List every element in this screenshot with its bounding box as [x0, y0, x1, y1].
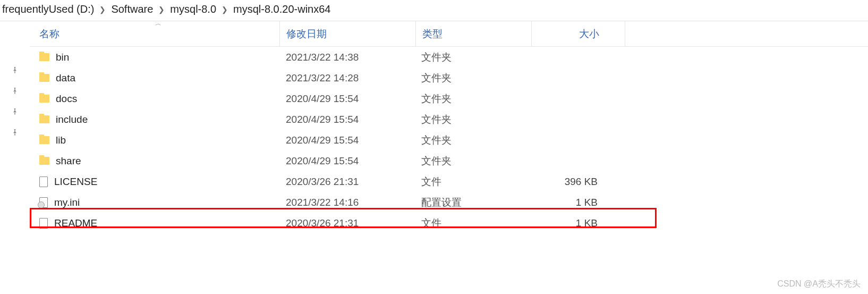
- folder-icon: [39, 115, 49, 123]
- column-header-name[interactable]: 名称: [30, 27, 279, 41]
- file-icon: [39, 218, 48, 229]
- file-date: 2020/4/29 15:54: [279, 155, 415, 167]
- pin-icon[interactable]: [0, 219, 33, 253]
- file-size: 1 KB: [530, 217, 623, 229]
- file-type: 配置设置: [415, 196, 530, 209]
- file-date: 2020/3/26 21:31: [279, 217, 415, 229]
- file-type: 文件夹: [415, 51, 530, 64]
- file-icon: [39, 177, 48, 187]
- file-type: 文件夹: [415, 133, 530, 147]
- file-date: 2021/3/22 14:28: [279, 72, 415, 84]
- file-row[interactable]: README2020/3/26 21:31文件1 KB: [30, 213, 868, 233]
- file-type: 文件: [415, 216, 530, 230]
- folder-icon: [39, 95, 49, 103]
- column-headers: ︿ 名称 修改日期 类型 大小: [30, 21, 868, 47]
- breadcrumb-item[interactable]: Software: [111, 3, 153, 15]
- file-row[interactable]: bin2021/3/22 14:38文件夹: [30, 47, 868, 68]
- file-size: 1 KB: [530, 197, 623, 208]
- ini-file-icon: [39, 197, 48, 208]
- folder-icon: [39, 53, 49, 61]
- file-type: 文件夹: [415, 154, 530, 168]
- file-date: 2020/4/29 15:54: [279, 93, 415, 105]
- file-row[interactable]: data2021/3/22 14:28文件夹: [30, 68, 868, 88]
- file-type: 文件夹: [415, 71, 530, 85]
- chevron-right-icon: ❯: [222, 5, 228, 14]
- file-name: bin: [56, 52, 69, 63]
- file-name: include: [56, 114, 88, 125]
- file-date: 2020/3/26 21:31: [279, 176, 415, 188]
- file-date: 2020/4/29 15:54: [279, 114, 415, 125]
- file-row[interactable]: include2020/4/29 15:54文件夹: [30, 109, 868, 130]
- watermark: CSDN @A秃头不秃头: [777, 279, 861, 290]
- column-header-type[interactable]: 类型: [416, 27, 531, 41]
- column-header-size[interactable]: 大小: [532, 27, 625, 41]
- file-name: my.ini: [54, 197, 80, 208]
- file-list: ︿ 名称 修改日期 类型 大小 bin2021/3/22 14:38文件夹dat…: [30, 21, 868, 246]
- column-header-date[interactable]: 修改日期: [280, 27, 415, 41]
- file-name: LICENSE: [54, 176, 97, 188]
- chevron-right-icon: ❯: [99, 5, 106, 14]
- pin-icon[interactable]: [0, 122, 30, 142]
- pin-gutter: [0, 21, 30, 246]
- file-row[interactable]: share2020/4/29 15:54文件夹: [30, 150, 868, 171]
- sort-ascending-icon[interactable]: ︿: [155, 19, 161, 28]
- chevron-right-icon: ❯: [158, 5, 165, 14]
- file-row[interactable]: lib2020/4/29 15:54文件夹: [30, 130, 868, 150]
- pin-icon[interactable]: [0, 80, 30, 101]
- file-name: lib: [56, 135, 66, 146]
- file-date: 2020/4/29 15:54: [279, 135, 415, 146]
- file-type: 文件夹: [415, 92, 530, 106]
- pin-icon[interactable]: [0, 101, 30, 122]
- breadcrumb-item[interactable]: frequentlyUsed (D:): [2, 3, 94, 15]
- breadcrumb-item[interactable]: mysql-8.0.20-winx64: [233, 3, 330, 15]
- folder-icon: [39, 74, 49, 82]
- file-name: docs: [56, 93, 77, 105]
- folder-icon: [39, 157, 49, 165]
- file-date: 2021/3/22 14:16: [279, 197, 415, 208]
- file-row[interactable]: docs2020/4/29 15:54文件夹: [30, 88, 868, 109]
- file-name: share: [56, 155, 81, 167]
- file-size: 396 KB: [530, 176, 623, 188]
- file-name: README: [54, 217, 97, 229]
- folder-icon: [39, 136, 49, 144]
- file-date: 2021/3/22 14:38: [279, 52, 415, 63]
- pin-icon[interactable]: [0, 60, 30, 80]
- file-row[interactable]: LICENSE2020/3/26 21:31文件396 KB: [30, 171, 868, 192]
- file-type: 文件: [415, 175, 530, 189]
- file-row[interactable]: my.ini2021/3/22 14:16配置设置1 KB: [30, 192, 868, 213]
- breadcrumb-item[interactable]: mysql-8.0: [170, 3, 216, 15]
- file-name: data: [56, 72, 75, 84]
- file-type: 文件夹: [415, 113, 530, 127]
- breadcrumb[interactable]: frequentlyUsed (D:) ❯ Software ❯ mysql-8…: [0, 0, 868, 21]
